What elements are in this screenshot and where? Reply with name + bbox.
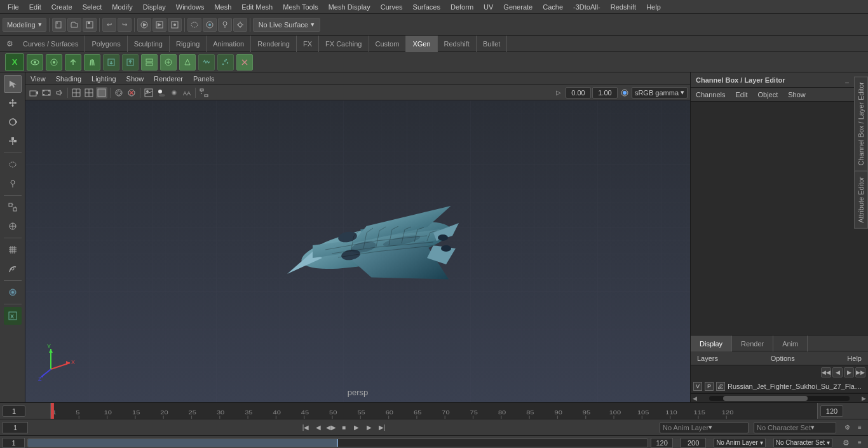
tab-xgen[interactable]: XGen xyxy=(406,36,437,52)
xgen-region-btn[interactable] xyxy=(179,54,196,71)
scroll-arrow-right[interactable]: ▶ xyxy=(860,395,868,402)
xgen-modify-btn[interactable] xyxy=(160,54,177,71)
tab-bullet[interactable]: Bullet xyxy=(477,36,508,52)
undo-btn[interactable]: ↩ xyxy=(102,18,116,32)
menu-surfaces[interactable]: Surfaces xyxy=(408,2,445,12)
scale-tool-btn[interactable] xyxy=(4,132,22,150)
vertical-tab-attribute-editor[interactable]: Attribute Editor xyxy=(854,171,868,229)
go-end-btn[interactable]: ▶| xyxy=(376,422,388,433)
tab-curves-surfaces[interactable]: Curves / Surfaces xyxy=(17,36,85,52)
xgen-export-btn[interactable] xyxy=(122,54,139,71)
soft-select-btn-2[interactable] xyxy=(4,283,22,301)
range-end-input[interactable] xyxy=(651,438,673,448)
play-forward-btn[interactable]: ▶ xyxy=(351,422,362,433)
menu-curves[interactable]: Curves xyxy=(376,2,408,12)
vp-ao-btn[interactable] xyxy=(168,87,180,98)
menu-edit-mesh[interactable]: Edit Mesh xyxy=(236,2,278,12)
xgen-eye-btn[interactable] xyxy=(27,54,43,71)
xgen-delete-btn[interactable] xyxy=(236,54,253,71)
max-frame-input[interactable] xyxy=(681,438,706,448)
transform-btn[interactable] xyxy=(4,198,22,216)
snap-vertex-btn[interactable] xyxy=(233,18,247,32)
workspace-dropdown[interactable]: Modeling ▾ xyxy=(3,18,46,32)
vp-anim-btn[interactable]: ▷ xyxy=(553,87,564,98)
vp-menu-view[interactable]: View xyxy=(28,75,48,83)
layer-item[interactable]: V P Russian_Jet_Fighter_Sukhoi_Su_27_Fla… xyxy=(691,379,868,393)
tab-rendering[interactable]: Rendering xyxy=(251,36,297,52)
universal-manip-btn[interactable] xyxy=(4,217,22,235)
char-set-dropdown[interactable]: No Character Set ▾ xyxy=(754,422,836,433)
vp-textured-btn[interactable] xyxy=(143,87,154,98)
redo-btn[interactable]: ↪ xyxy=(118,18,132,32)
layer-scrollbar[interactable]: ◀ ▶ xyxy=(691,393,868,402)
menu-file[interactable]: File xyxy=(3,2,24,12)
render-settings-btn[interactable] xyxy=(168,18,182,32)
anim-settings-btn[interactable]: ⚙ xyxy=(841,422,853,433)
select-tool-btn[interactable] xyxy=(4,75,22,93)
vp-menu-shading[interactable]: Shading xyxy=(53,75,84,83)
paint-btn[interactable] xyxy=(4,175,22,193)
layer-playback-btn[interactable]: P xyxy=(705,382,714,391)
anim-layer-dropdown[interactable]: No Anim Layer ▾ xyxy=(660,422,749,433)
step-forward-btn[interactable]: ▶ xyxy=(363,422,375,433)
vp-shadows-btn[interactable] xyxy=(156,87,167,98)
live-surface-btn[interactable]: No Live Surface ▾ xyxy=(253,18,320,32)
layer-options-menu[interactable]: Options xyxy=(768,355,797,362)
scroll-track[interactable] xyxy=(709,396,850,401)
snap-grid-btn[interactable] xyxy=(4,241,22,259)
vp-film-btn[interactable] xyxy=(41,87,52,98)
xgen-add-desc-btn[interactable] xyxy=(65,54,81,71)
tab-redshift[interactable]: Redshift xyxy=(438,36,477,52)
menu-deform[interactable]: Deform xyxy=(445,2,478,12)
vertical-tab-channel-box[interactable]: Channel Box / Layer Editor xyxy=(854,76,868,171)
vp-menu-renderer[interactable]: Renderer xyxy=(151,75,186,83)
tab-custom[interactable]: Custom xyxy=(369,36,407,52)
layer-arrow-fwd[interactable]: ▶ xyxy=(844,367,854,377)
layer-help-menu[interactable]: Help xyxy=(844,355,864,362)
stop-btn[interactable]: ■ xyxy=(338,422,349,433)
menu-3dtool[interactable]: -3DtoAll- xyxy=(568,2,606,12)
vp-menu-lighting[interactable]: Lighting xyxy=(89,75,119,83)
vp-solid-btn[interactable] xyxy=(96,87,107,98)
tab-fx-caching[interactable]: FX Caching xyxy=(319,36,369,52)
vp-xray-btn[interactable] xyxy=(113,87,125,98)
soft-select-btn[interactable] xyxy=(203,18,217,32)
vp-gamma-input[interactable] xyxy=(566,87,591,98)
save-scene-btn[interactable] xyxy=(83,18,97,32)
menu-display[interactable]: Display xyxy=(138,2,171,12)
cb-show[interactable]: Show xyxy=(783,88,811,102)
timeline-end-frame[interactable] xyxy=(820,405,843,417)
vp-camera-btn[interactable] xyxy=(28,87,39,98)
menu-mesh-display[interactable]: Mesh Display xyxy=(323,2,376,12)
xgen-logo-btn[interactable]: X xyxy=(5,53,24,71)
xgen-layers-btn[interactable] xyxy=(141,54,158,71)
vp-hud-btn[interactable] xyxy=(198,87,210,98)
timeline-ruler[interactable]: 1 5 10 15 20 25 30 35 40 45 50 xyxy=(51,403,817,419)
tab-fx[interactable]: FX xyxy=(297,36,319,52)
xgen-import-btn[interactable] xyxy=(103,54,119,71)
vp-exposure-input[interactable] xyxy=(592,87,618,98)
vp-aa-btn[interactable]: AA xyxy=(181,87,193,98)
3d-viewport[interactable]: X Y Z persp xyxy=(25,100,690,402)
current-frame-input[interactable] xyxy=(3,422,28,433)
layer-arrow-back[interactable]: ◀ xyxy=(832,367,843,377)
tab-animation[interactable]: Animation xyxy=(207,36,251,52)
menu-redshift[interactable]: Redshift xyxy=(606,2,641,12)
new-scene-btn[interactable] xyxy=(52,18,66,32)
lasso-btn[interactable] xyxy=(4,156,22,173)
menu-uv[interactable]: UV xyxy=(478,2,498,12)
vp-menu-show[interactable]: Show xyxy=(124,75,147,83)
menu-edit[interactable]: Edit xyxy=(24,2,46,12)
snap-curve-btn[interactable] xyxy=(4,260,22,278)
xgen-noise-btn[interactable] xyxy=(198,54,215,71)
anim-preferences-btn[interactable]: ≡ xyxy=(854,422,865,433)
play-back-btn[interactable]: ◀▶ xyxy=(325,422,337,433)
lasso-select-btn[interactable] xyxy=(187,18,201,32)
vp-color-profile-dropdown[interactable]: sRGB gamma ▾ xyxy=(632,87,688,98)
menu-cache[interactable]: Cache xyxy=(538,2,568,12)
menu-windows[interactable]: Windows xyxy=(171,2,210,12)
scroll-arrow-left[interactable]: ◀ xyxy=(691,395,699,402)
layer-display-tab[interactable]: Display xyxy=(691,336,732,352)
xgen-tool-btn[interactable]: X xyxy=(4,307,22,325)
layer-arrow-fwd-fwd[interactable]: ▶▶ xyxy=(855,367,865,377)
